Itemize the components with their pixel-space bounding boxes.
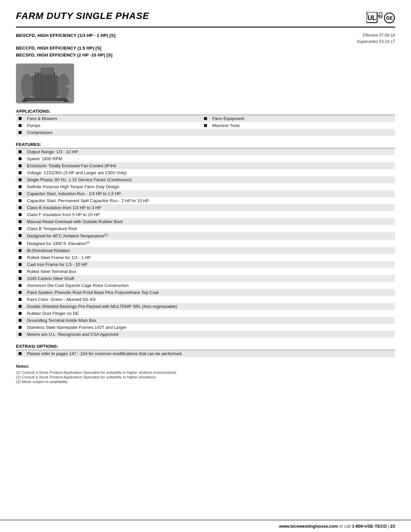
bullet-icon	[19, 178, 22, 181]
bullet-icon	[19, 192, 22, 195]
cert-logos: UL ® c UL GE	[366, 12, 395, 24]
feature-item-13: Designed for 3300 ft. Elevation(2)	[24, 240, 395, 247]
svg-point-10	[21, 73, 33, 99]
bullet-cell	[16, 225, 24, 232]
applications-header: APPLICATIONS:	[16, 109, 395, 115]
feature-row-25: Stainless Steel Nameplate Frames 143T an…	[16, 324, 395, 331]
bullet-cell	[16, 115, 24, 122]
model-lines: BEGCFD, HIGH EFFICIENCY (1/3 HP - 1 HP) …	[16, 32, 395, 59]
bullet-cell	[16, 176, 24, 183]
bullet-icon	[19, 199, 22, 202]
feature-row-6: Capacitor Start, Induction Run - 1/3 HP …	[16, 190, 395, 197]
extras-table: Please refer to pages 147 - 154 for comm…	[16, 350, 395, 357]
svg-rect-22	[24, 98, 67, 101]
app-row-1: Fans & Blowers Farm Equipment	[16, 115, 395, 122]
bullet-cell	[201, 122, 210, 129]
feature-item-25: Stainless Steel Nameplate Frames 143T an…	[24, 324, 395, 331]
feature-row-4: Single Phase, 60 Hz, 1.15 Service Factor…	[16, 176, 395, 183]
features-header: FEATURES:	[16, 142, 395, 148]
feature-row-16: Cast Iron Frame for 1.5 - 10 HP	[16, 261, 395, 268]
feature-item-6: Capacitor Start, Induction Run - 1/3 HP …	[24, 190, 395, 197]
motor-image	[16, 64, 74, 103]
bullet-cell	[16, 350, 24, 357]
empty-cell	[201, 129, 210, 136]
bullet-icon	[19, 234, 22, 237]
applications-section: APPLICATIONS: Fans & Blowers Farm Equipm…	[16, 109, 395, 136]
svg-rect-24	[64, 100, 68, 102]
feature-row-18: 1045 Carbon Steel Shaft	[16, 275, 395, 282]
page-wrapper: FARM DUTY SINGLE PHASE UL ® c UL GE	[0, 0, 411, 532]
feature-row-24: Grounding Terminal Inside Main Box	[16, 317, 395, 324]
svg-rect-12	[35, 72, 36, 100]
bullet-icon	[19, 277, 22, 280]
bullet-icon	[19, 164, 22, 167]
notes-title: Notes:	[16, 364, 395, 369]
feature-item-1: Speed: 1800 RPM	[24, 155, 395, 162]
svg-rect-13	[38, 72, 39, 100]
feature-item-12: Designed for 40˚C Ambient Temperature(1)	[24, 232, 395, 239]
bullet-cell	[16, 289, 24, 296]
feature-row-7: Capacitor Start, Permanent Split Capacit…	[16, 197, 395, 204]
feature-item-20: Paint System: Phenolic Rust Proof Base P…	[24, 289, 395, 296]
svg-rect-17	[49, 72, 50, 100]
feature-row-20: Paint System: Phenolic Rust Proof Base P…	[16, 289, 395, 296]
bullet-cell	[16, 261, 24, 268]
extras-row: Please refer to pages 147 - 154 for comm…	[16, 350, 395, 357]
feature-item-21: Paint Color: Green - Munsell 5G 4/4	[24, 296, 395, 303]
feature-item-4: Single Phase, 60 Hz, 1.15 Service Factor…	[24, 176, 395, 183]
feature-row-0: Output Range: 1/3 - 10 HP	[16, 148, 395, 155]
feature-item-5: Definite Purpose High Torque Farm Duty D…	[24, 183, 395, 190]
feature-row-19: Aluminum Die Cast Squirrel Cage Rotor Co…	[16, 282, 395, 289]
bullet-icon	[19, 263, 22, 266]
footer-phone: 1-800-USE-TECO	[352, 524, 387, 529]
feature-item-18: 1045 Carbon Steel Shaft	[24, 275, 395, 282]
extras-section: EXTRAS/ OPTIONS: Please refer to pages 1…	[16, 344, 395, 357]
feature-row-12: Designed for 40˚C Ambient Temperature(1)	[16, 232, 395, 239]
bullet-icon	[19, 157, 22, 160]
bullet-cell	[16, 282, 24, 289]
footer-call: or call	[338, 524, 352, 529]
bullet-cell	[16, 190, 24, 197]
svg-rect-23	[22, 100, 27, 102]
svg-text:®: ®	[366, 13, 368, 16]
bullet-cell	[16, 331, 24, 338]
feature-item-17: Rolled Steel Terminal Box	[24, 268, 395, 275]
bullet-icon	[19, 171, 22, 174]
extras-header: EXTRAS/ OPTIONS:	[16, 344, 395, 350]
bullet-cell	[16, 303, 24, 310]
bullet-cell	[16, 122, 24, 129]
app-col2-item2: Machine Tools	[210, 122, 395, 129]
motor-illustration	[17, 65, 73, 103]
app-row-2: Pumps Machine Tools	[16, 122, 395, 129]
bullet-cell	[16, 268, 24, 275]
bullet-cell	[16, 317, 24, 324]
bullet-icon	[19, 298, 22, 301]
feature-row-5: Definite Purpose High Torque Farm Duty D…	[16, 183, 395, 190]
app-col2-item1: Farm Equipment	[210, 115, 395, 122]
applications-table: Fans & Blowers Farm Equipment Pumps Mach…	[16, 115, 395, 136]
bullet-icon	[19, 185, 22, 188]
bullet-icon	[19, 131, 22, 134]
feature-item-24: Grounding Terminal Inside Main Box	[24, 317, 395, 324]
svg-rect-16	[46, 72, 47, 100]
svg-text:GE: GE	[386, 15, 393, 21]
footer-website: www.tecowestinghouse.com	[279, 524, 338, 529]
footer-separator: |	[387, 524, 390, 529]
bullet-icon	[19, 291, 22, 294]
bullet-icon	[19, 312, 22, 315]
bullet-cell	[16, 204, 24, 211]
features-section: FEATURES: Output Range: 1/3 - 10 HP Spee…	[16, 142, 395, 338]
bullet-icon	[19, 352, 22, 355]
model-text-3: BECSFD, HIGH EFFICIENCY (2 HP -10 HP) [S…	[16, 52, 113, 59]
feature-row-21: Paint Color: Green - Munsell 5G 4/4	[16, 296, 395, 303]
model-line-2: BECCFD, HIGH EFFICIENCY (1.5 HP) [S]	[16, 45, 395, 52]
notes-list: (1) Consult a Stock Product Application …	[16, 370, 395, 384]
feature-row-1: Speed: 1800 RPM	[16, 155, 395, 162]
feature-row-11: Class B Temperature Rise	[16, 225, 395, 232]
page-header: FARM DUTY SINGLE PHASE UL ® c UL GE	[16, 11, 395, 28]
footer-page-number: 23	[390, 524, 395, 529]
bullet-icon	[19, 242, 22, 245]
feature-row-15: Rolled Steel Frame for 1/3 - 1 HP	[16, 254, 395, 261]
bullet-cell	[16, 232, 24, 239]
feature-row-17: Rolled Steel Terminal Box	[16, 268, 395, 275]
